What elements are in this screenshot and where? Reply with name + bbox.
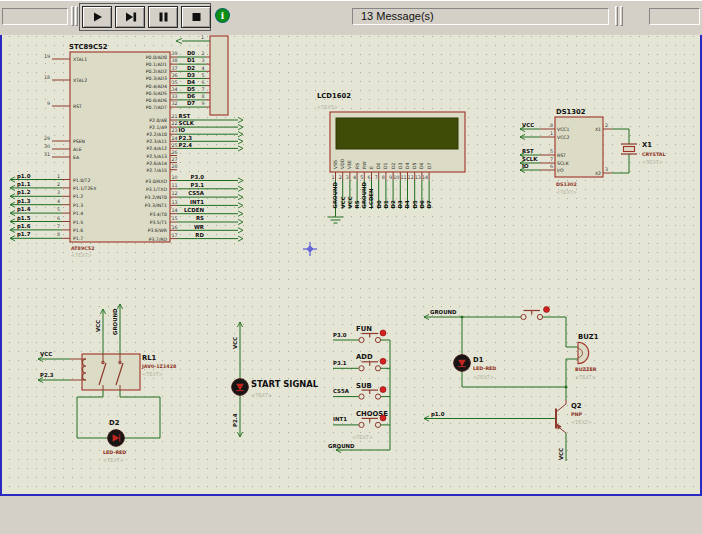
- net-label: D6: [187, 93, 195, 99]
- pin-column[interactable]: VSS 1 GROUND: [331, 160, 338, 209]
- button-toggle-dot[interactable]: [380, 358, 386, 364]
- net-label: VCC: [522, 122, 534, 128]
- net-label: D2: [187, 65, 195, 71]
- button-label: ADD: [356, 353, 373, 361]
- led-d2[interactable]: D2 LED-RED <TEXT>: [103, 419, 126, 463]
- net-label: VCC: [340, 196, 346, 208]
- keypad: FUN P3.0 ADD P3.1 SUB CS5A: [328, 325, 390, 453]
- pin-number: 5: [550, 149, 553, 154]
- alarm-button[interactable]: [521, 307, 550, 320]
- toolbar-grip[interactable]: [620, 6, 623, 26]
- button-pad[interactable]: [359, 394, 364, 399]
- net-label: p1.1: [17, 181, 31, 188]
- button-pad[interactable]: [359, 422, 364, 427]
- play-button[interactable]: [82, 6, 112, 28]
- stop-button[interactable]: [181, 6, 211, 28]
- net-label: D7: [426, 200, 432, 208]
- pin-number: 1: [57, 174, 60, 179]
- pin-name: P1.1/T2EX: [73, 186, 96, 191]
- pin-number: 8: [550, 123, 553, 128]
- respack-pin-number: 8: [201, 94, 204, 99]
- net-label: INT1: [190, 199, 204, 205]
- pause-icon: [157, 11, 170, 23]
- pin-column[interactable]: RW 5 GROUND: [360, 161, 367, 209]
- start-signal-led[interactable]: VCC P2.4 START SIGNAL <TEXT>: [232, 322, 319, 437]
- pin-name: D0: [376, 162, 381, 169]
- pin-number: 30: [44, 144, 50, 149]
- pin-name: P0.7/AD7: [146, 105, 167, 110]
- pin-column[interactable]: D1 8 D1: [382, 162, 389, 209]
- schematic-canvas[interactable]: STC89C52 AT89C52 <TEXT> 19 XTAL1 18 XTAL…: [0, 0, 702, 496]
- relay-body[interactable]: [82, 354, 140, 390]
- schematic-sheet[interactable]: STC89C52 AT89C52 <TEXT> 19 XTAL1 18 XTAL…: [2, 2, 700, 494]
- pin-number: 6: [57, 216, 60, 221]
- button-toggle-dot[interactable]: [380, 415, 386, 421]
- led-icon[interactable]: [232, 379, 249, 396]
- buzzer-body[interactable]: [578, 342, 589, 363]
- net-label: VCC: [40, 351, 52, 357]
- pin-column[interactable]: VEE 3 VCC: [346, 160, 353, 209]
- rtc-ref: DS1302: [556, 108, 586, 116]
- respack-body[interactable]: [210, 36, 228, 115]
- step-icon: [124, 11, 137, 23]
- wire[interactable]: [543, 317, 578, 347]
- crystal-x1[interactable]: X1 CRYSTAL <TEXT>: [621, 129, 666, 173]
- pin-number: 31: [44, 152, 50, 157]
- step-button[interactable]: [115, 6, 145, 28]
- push-button[interactable]: CHOOSE INT1: [333, 410, 390, 428]
- pin-name: RST: [73, 104, 82, 109]
- mcu-stc89c52[interactable]: STC89C52 AT89C52 <TEXT> 19 XTAL1 18 XTAL…: [10, 43, 243, 258]
- button-label: FUN: [356, 325, 372, 333]
- pin-name: ALE: [73, 147, 82, 152]
- transistor-q2[interactable]: p1.0 VCC Q2 PNP <TEXT>: [424, 400, 592, 461]
- button-pad[interactable]: [521, 314, 526, 319]
- button-toggle-dot[interactable]: [544, 307, 550, 313]
- pin-number: 12: [172, 191, 178, 196]
- push-button[interactable]: ADD P3.1: [333, 353, 390, 371]
- wire-terminal-icon: [238, 203, 243, 208]
- pin-name: D3: [398, 162, 403, 169]
- pin-column[interactable]: D0 7 D0: [375, 162, 382, 209]
- pin-number: 14: [422, 175, 428, 180]
- button-pad[interactable]: [375, 366, 380, 371]
- collector-lead[interactable]: [556, 400, 566, 412]
- button-pad[interactable]: [375, 337, 380, 342]
- rtc-ds1302[interactable]: DS1302 DS1302 <TEXT> VCC 8 VCC1 1 VCC2 R…: [520, 108, 629, 195]
- relay-rl1[interactable]: VCC P2.3 VCC GROUND RL1 JAV0-1Z1428 <TEX…: [38, 304, 177, 438]
- pin-column[interactable]: RS 4 RS: [353, 163, 360, 209]
- status-panel-right: [649, 8, 700, 25]
- net-label: SCLK: [522, 156, 538, 162]
- push-button[interactable]: SUB CS5A: [333, 382, 390, 400]
- pin-name: P3.5/T1: [150, 220, 167, 225]
- button-pad[interactable]: [359, 366, 364, 371]
- led-d1[interactable]: D1 LED-RED <TEXT>: [454, 355, 497, 380]
- button-pad[interactable]: [375, 394, 380, 399]
- net-label: CS5A: [333, 388, 350, 394]
- crystal-body[interactable]: [624, 147, 635, 152]
- buzzer-buz1[interactable]: BUZ1 BUZZER <TEXT>: [575, 333, 599, 380]
- push-button[interactable]: FUN P3.0: [333, 325, 390, 343]
- net-label: P2.4: [179, 142, 193, 148]
- button-pad[interactable]: [359, 337, 364, 342]
- pin-number: 33: [172, 94, 178, 99]
- message-log-icon[interactable]: i: [216, 9, 229, 22]
- button-pad[interactable]: [375, 422, 380, 427]
- led-icon[interactable]: [454, 355, 471, 372]
- pin-column[interactable]: VDD 2 VCC: [339, 158, 346, 209]
- toolbar-grip[interactable]: [71, 6, 74, 26]
- led-icon[interactable]: [108, 430, 125, 447]
- toolbar-grip[interactable]: [615, 6, 618, 26]
- d1-ref: D1: [473, 356, 484, 364]
- message-panel[interactable]: 13 Message(s): [352, 8, 609, 25]
- lcd1602[interactable]: LCD1602 <TEXT> VSS 1 GROUND VDD 2 VCC VE…: [317, 92, 465, 223]
- button-toggle-dot[interactable]: [380, 387, 386, 393]
- button-pad[interactable]: [537, 314, 542, 319]
- mcu-placeholder: <TEXT>: [71, 252, 92, 258]
- toolbar-grip[interactable]: [75, 6, 78, 26]
- pause-button[interactable]: [148, 6, 178, 28]
- pin-name: P1.0/T2: [73, 178, 90, 183]
- pin-column[interactable]: D2 9 D2: [389, 162, 396, 209]
- d2-value: LED-RED: [103, 450, 126, 455]
- wire-terminal-icon: [238, 186, 243, 191]
- button-toggle-dot[interactable]: [380, 330, 386, 336]
